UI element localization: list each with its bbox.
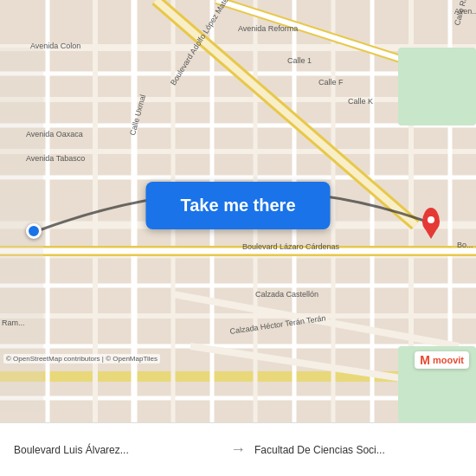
- map-container: Avenida Colon Avenida Oaxaca Avenida Tab…: [0, 0, 476, 422]
- take-me-there-button[interactable]: Take me there: [145, 182, 330, 229]
- origin-dot: [26, 223, 42, 239]
- bottom-bar: Boulevard Luis Álvarez... → Facultad De …: [0, 422, 476, 476]
- app: Avenida Colon Avenida Oaxaca Avenida Tab…: [0, 0, 476, 476]
- svg-rect-34: [398, 48, 476, 125]
- from-location-label: Boulevard Luis Álvarez...: [14, 444, 222, 456]
- moovit-text: moovit: [433, 355, 464, 365]
- moovit-logo: M moovit: [415, 351, 469, 369]
- destination-pin: [422, 208, 440, 232]
- to-location-label: Facultad De Ciencias Soci...: [254, 444, 462, 456]
- moovit-icon: M: [420, 353, 430, 367]
- arrow-icon: →: [230, 441, 246, 459]
- pin-body: [422, 208, 440, 232]
- osm-attribution: © OpenStreetMap contributors | © OpenMap…: [3, 354, 160, 363]
- pin-inner: [428, 216, 434, 223]
